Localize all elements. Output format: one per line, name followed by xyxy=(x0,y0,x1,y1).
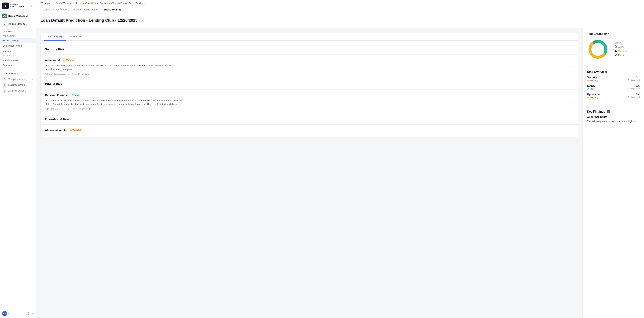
info-icon[interactable]: i xyxy=(140,19,143,22)
workspace-name: Demo Workspace xyxy=(8,15,32,17)
topbar-tab-lending[interactable]: Lending Classification Continuous Testin… xyxy=(40,4,100,15)
warning-count: 4 xyxy=(612,49,617,53)
ethical-ov-right: 1/1 Tests passed xyxy=(628,84,640,90)
divider2 xyxy=(587,106,640,106)
favorites-chevron-icon: ▾ xyxy=(17,73,18,75)
bias-fairness-meta: 8/10 (80%) Tests passed · 20 Dec 2023 15… xyxy=(45,108,574,111)
divider1 xyxy=(587,66,640,66)
content-area: By Category By Feature Security Risk Adv… xyxy=(36,28,644,318)
sev-row-warning: 4 Warning xyxy=(612,49,628,53)
page-title: Loan Default Prediction - Lending Club -… xyxy=(40,18,138,23)
help-icon[interactable]: ? xyxy=(28,312,29,315)
bias-fairness-title: Bias and Fairness xyxy=(45,94,68,97)
security-category: Security xyxy=(587,76,598,79)
sidebar-item-model-registry[interactable]: Model Registry xyxy=(0,57,36,63)
topbar-tab-stress[interactable]: Stress Testing xyxy=(100,4,124,15)
security-risk-section: Security Risk Adversarial ⚠ Warning Test… xyxy=(41,44,578,79)
adversarial-title: Adversarial xyxy=(45,59,60,62)
nav-section-main: Overview VALIDATION Stress Testing Conti… xyxy=(0,27,36,69)
operational-ov-right: 1/4 Tests passed xyxy=(628,93,640,98)
bias-fairness-chevron-icon[interactable]: › xyxy=(574,100,574,103)
stress-testing-label: Stress Testing xyxy=(2,39,18,42)
project-letter-icon: L xyxy=(2,22,6,26)
key-findings-text: The following features experienced the h… xyxy=(587,120,640,123)
bottom-icons: ? ⚙ xyxy=(28,312,34,315)
warning-icon: ⚠ xyxy=(63,59,65,61)
sidebar-item-stress-testing[interactable]: Stress Testing xyxy=(0,38,36,43)
operational-ov-badge: ⚠ Warning xyxy=(587,96,601,99)
bias-fairness-header: Bias and Fairness ✓ Pass xyxy=(45,93,574,97)
security-ov-left: Security ⚠ Warning xyxy=(587,76,598,82)
adversarial-chevron-icon[interactable]: › xyxy=(574,65,574,69)
main-content: Workspaces / Demo Workspace / Lending Cl… xyxy=(36,0,644,318)
ethical-ov-left: Ethical ✓ Pass xyxy=(587,84,595,90)
main-panel: By Category By Feature Security Risk Adv… xyxy=(36,28,582,318)
key-findings-header: Key Findings 5 xyxy=(587,110,640,113)
workspace-avatar: DW xyxy=(2,13,7,18)
sidebar: RI ROBUST INTELLIGENCE ⊞ DW Demo Workspa… xyxy=(0,0,36,318)
tab-by-category[interactable]: By Category xyxy=(44,32,66,41)
logo-area: RI ROBUST INTELLIGENCE ⊞ xyxy=(0,0,36,12)
tab-bar: By Category By Feature xyxy=(41,32,578,41)
svg-text:RI: RI xyxy=(4,5,6,7)
ethical-ov-badge: ✓ Pass xyxy=(587,88,595,90)
key-findings-title: Key Findings xyxy=(587,110,605,113)
bias-fairness-status-badge: ✓ Pass xyxy=(70,93,80,97)
security-risk-header: Security Risk xyxy=(41,44,578,55)
donut-container: Severities 0 Alert 4 Warning 2 Pass xyxy=(587,38,640,60)
abnormal-inputs-status-badge: ⚠ Warning xyxy=(68,128,82,132)
breadcrumb-demo-workspace[interactable]: Demo Workspace xyxy=(56,2,74,4)
adversarial-item: Adversarial ⚠ Warning Test the robustnes… xyxy=(41,55,578,79)
sidebar-item-monitors[interactable]: Monitors xyxy=(0,48,36,54)
fav-item-st[interactable]: S ST improvements ... ↗ xyxy=(0,76,36,82)
pass-label: Pass xyxy=(618,54,624,56)
user-avatar: KK xyxy=(2,311,7,316)
severities-label: Severities xyxy=(612,41,628,44)
pass-count: 2 xyxy=(612,53,617,57)
fav-link-st-icon[interactable]: ↗ xyxy=(32,78,34,80)
breadcrumb-workspaces[interactable]: Workspaces xyxy=(40,2,53,4)
fav-item-m[interactable]: M massimoaufiero-d... ↗ xyxy=(0,82,36,88)
fav-name-m: massimoaufiero-d... xyxy=(8,84,30,86)
ethical-risk-header: Ethical Risk xyxy=(41,79,578,90)
favorites-toggle[interactable]: ☆ Favorites ▾ xyxy=(0,71,36,76)
security-ov-badge: ⚠ Warning xyxy=(587,79,598,82)
project-more-icon[interactable]: ··· xyxy=(32,22,34,25)
project-item[interactable]: L Lending Classific... ··· xyxy=(0,20,36,27)
user-chevron-icon[interactable]: ▾ xyxy=(8,313,9,315)
fav-item-gai[interactable]: G GAI Security Demo ↗ xyxy=(0,88,36,94)
page-header: Loan Default Prediction - Lending Club -… xyxy=(36,15,644,28)
sidebar-item-continuous-testing[interactable]: Continuous Testing xyxy=(0,43,36,48)
operational-tests-passed-label: Tests passed xyxy=(628,96,640,98)
ethical-category: Ethical xyxy=(587,84,595,87)
settings-icon[interactable]: ⚙ xyxy=(32,312,34,315)
model-registry-label: Model Registry xyxy=(2,59,18,61)
sidebar-item-overview[interactable]: Overview xyxy=(0,29,36,34)
fav-letter-g: G xyxy=(2,89,6,93)
workspace-selector[interactable]: DW Demo Workspace ▾ xyxy=(0,12,36,20)
security-tests-passed-label: Tests passed xyxy=(628,79,640,81)
bias-fairness-item: Bias and Fairness ✓ Pass Test that your … xyxy=(41,90,578,114)
alert-label: Alert xyxy=(618,45,624,48)
sidebar-item-datasets[interactable]: Datasets xyxy=(0,63,36,68)
donut-chart xyxy=(587,38,609,60)
operational-category: Operational xyxy=(587,93,601,96)
tab-by-feature[interactable]: By Feature xyxy=(66,32,84,41)
ethical-tests-passed-label: Tests passed xyxy=(628,88,640,90)
security-score: 0/1 xyxy=(636,76,640,79)
fav-link-gai-icon[interactable]: ↗ xyxy=(32,90,34,92)
key-findings-count-badge: 5 xyxy=(606,110,610,113)
fav-name-gai: GAI Security Demo xyxy=(8,90,30,92)
operational-warning-icon: ⚠ xyxy=(587,96,589,99)
security-warning-icon: ⚠ xyxy=(587,79,589,82)
breadcrumb-lending-demo[interactable]: Lending Classification Continuous Testin… xyxy=(76,2,127,4)
fav-link-m-icon[interactable]: ↗ xyxy=(32,84,34,86)
topbar-tabs-row: Lending Classification Continuous Testin… xyxy=(40,4,640,15)
ethical-pass-icon: ✓ xyxy=(587,88,589,90)
sidebar-toggle-button[interactable]: ⊞ xyxy=(29,3,34,8)
breadcrumb-sep3: / xyxy=(127,2,128,4)
sidebar-bottom-bar: KK ▾ ? ⚙ xyxy=(0,309,36,318)
risk-overview-operational: Operational ⚠ Warning 1/4 Tests passed xyxy=(587,93,640,99)
test-breakdown-title: Test Breakdown xyxy=(587,32,640,35)
breadcrumb-sep4: / xyxy=(144,2,145,4)
